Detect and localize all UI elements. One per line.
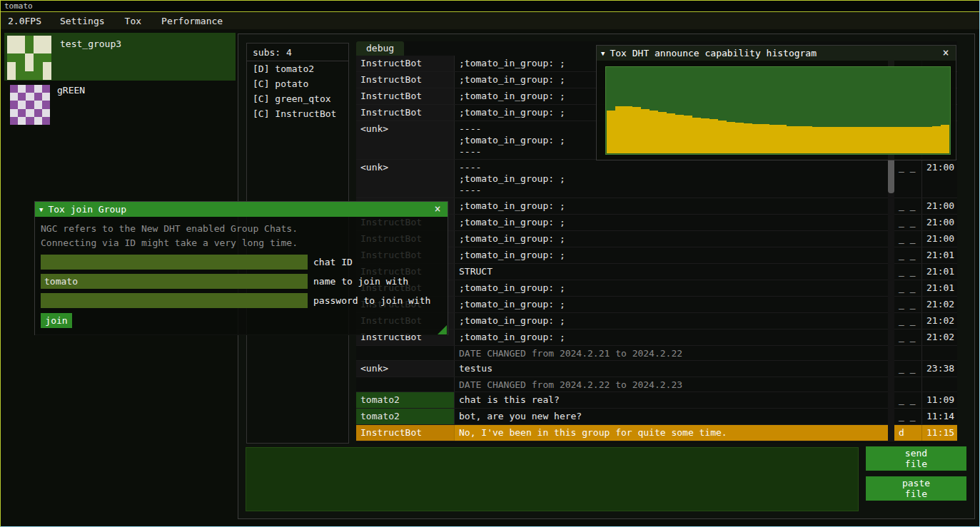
system-row[interactable]: DATE CHANGED from 2024.2.21 to 2024.2.22 bbox=[356, 346, 957, 361]
menu-bar: 2.0FPS SettingsToxPerformance bbox=[1, 13, 979, 29]
contact-avatar bbox=[10, 85, 50, 125]
message-input[interactable] bbox=[246, 447, 859, 511]
histogram-bar bbox=[872, 127, 881, 153]
menu-item-performance[interactable]: Performance bbox=[151, 16, 233, 26]
message-row[interactable]: InstructBotNo, I've been in this group f… bbox=[356, 425, 957, 441]
histogram-bar bbox=[727, 122, 735, 153]
peer-list-item[interactable]: [D] tomato2 bbox=[247, 61, 348, 76]
histogram-bar bbox=[812, 127, 821, 153]
histogram-bar bbox=[778, 125, 787, 153]
avatar-pixel bbox=[43, 53, 51, 62]
join-button[interactable]: join bbox=[41, 313, 72, 328]
dht-histogram-titlebar[interactable]: ▼ Tox DHT announce capability histogram … bbox=[597, 46, 956, 61]
menu-item-settings[interactable]: Settings bbox=[50, 16, 115, 26]
close-icon[interactable]: × bbox=[432, 204, 443, 215]
paste-file-label-line1: paste bbox=[902, 478, 930, 488]
contact-list: test_group3gREEN bbox=[4, 33, 236, 125]
cell-marks: _ _ bbox=[894, 160, 922, 198]
histogram-bar bbox=[701, 118, 709, 153]
join-input-chat-ID[interactable] bbox=[41, 255, 308, 270]
cell-time: 23:38 bbox=[922, 361, 957, 377]
join-group-title: Tox join Group bbox=[48, 204, 432, 215]
avatar-pixel bbox=[16, 71, 24, 80]
join-group-titlebar[interactable]: ▼ Tox join Group × bbox=[35, 202, 448, 217]
cell-marks: _ _ bbox=[894, 215, 922, 230]
system-row[interactable]: DATE CHANGED from 2024.2.22 to 2024.2.23 bbox=[356, 377, 957, 392]
cell-marks: _ _ bbox=[894, 198, 922, 214]
avatar-pixel bbox=[43, 62, 51, 71]
cell-msg: ;tomato_in_group: ; bbox=[455, 297, 894, 312]
cell-time: 21:01 bbox=[922, 247, 957, 263]
paste-file-label-line2: file bbox=[905, 488, 927, 499]
avatar-pixel bbox=[34, 62, 42, 71]
collapse-arrow-icon[interactable]: ▼ bbox=[39, 206, 43, 213]
menu-items: SettingsToxPerformance bbox=[50, 16, 233, 26]
cell-time: 11:09 bbox=[922, 392, 957, 408]
cell-name: InstructBot bbox=[356, 105, 455, 121]
avatar-pixel bbox=[7, 71, 16, 80]
cell-time: 11:14 bbox=[922, 409, 957, 424]
cell-name: tomato2 bbox=[356, 409, 455, 424]
cell-marks: _ _ bbox=[894, 297, 922, 312]
message-row[interactable]: <unk>---- ;tomato_in_group: ; ----_ _21:… bbox=[356, 160, 957, 198]
avatar-pixel bbox=[10, 85, 18, 93]
histogram-bar bbox=[607, 111, 615, 153]
avatar-pixel bbox=[16, 44, 24, 53]
avatar-pixel bbox=[10, 109, 18, 117]
menu-item-tox[interactable]: Tox bbox=[115, 16, 151, 26]
histogram-bar bbox=[709, 119, 718, 153]
cell-time: 21:00 bbox=[922, 231, 957, 247]
join-fields: chat IDname to join withpassword to join… bbox=[41, 255, 442, 308]
cell-marks: _ _ bbox=[894, 280, 922, 296]
histogram-bar bbox=[795, 126, 804, 153]
close-icon[interactable]: × bbox=[940, 48, 951, 58]
message-row[interactable]: <unk>testus_ _23:38 bbox=[356, 361, 957, 377]
window-title: tomato bbox=[4, 1, 33, 11]
histogram-bar bbox=[889, 127, 898, 153]
message-row[interactable]: tomato2bot, are you new here?_ _11:14 bbox=[356, 409, 957, 425]
cell-msg: ;tomato_in_group: ; bbox=[455, 198, 894, 214]
paste-file-button[interactable]: pastefile bbox=[866, 476, 966, 501]
join-input-name-to-join-with[interactable] bbox=[41, 274, 308, 289]
contact-item[interactable]: gREEN bbox=[4, 85, 236, 125]
message-row[interactable]: tomato2chat is this real?_ _11:09 bbox=[356, 392, 957, 409]
peer-list-item[interactable]: [C] green_qtox bbox=[247, 91, 348, 106]
histogram-bar bbox=[615, 106, 624, 153]
cell-name: InstructBot bbox=[356, 425, 455, 441]
avatar-pixel bbox=[16, 36, 24, 44]
join-field-label: name to join with bbox=[313, 276, 408, 287]
avatar-pixel bbox=[7, 53, 16, 62]
avatar-pixel bbox=[42, 85, 50, 93]
histogram-bar bbox=[752, 124, 761, 153]
histogram-bar bbox=[632, 107, 641, 153]
histogram-bar bbox=[932, 126, 941, 153]
cell-time: 21:02 bbox=[922, 297, 957, 312]
resize-grip[interactable] bbox=[438, 325, 447, 334]
avatar-pixel bbox=[34, 109, 42, 117]
histogram-bar bbox=[838, 127, 847, 153]
collapse-arrow-icon[interactable]: ▼ bbox=[601, 50, 605, 57]
join-field-label: chat ID bbox=[313, 257, 353, 267]
cell-name bbox=[356, 346, 455, 360]
cell-time bbox=[922, 346, 957, 360]
cell-time bbox=[922, 377, 957, 392]
cell-msg: DATE CHANGED from 2024.2.21 to 2024.2.22 bbox=[455, 346, 894, 360]
tab-debug[interactable]: debug bbox=[356, 41, 404, 56]
histogram-bar bbox=[847, 127, 855, 153]
avatar-pixel bbox=[7, 36, 16, 44]
avatar-pixel bbox=[42, 109, 50, 117]
cell-marks: _ _ bbox=[894, 361, 922, 377]
avatar-pixel bbox=[25, 53, 34, 62]
avatar-pixel bbox=[18, 109, 26, 117]
histogram-bar bbox=[744, 123, 752, 153]
contact-item[interactable]: test_group3 bbox=[4, 33, 236, 81]
cell-name: InstructBot bbox=[356, 56, 455, 71]
histogram-bar bbox=[924, 127, 932, 153]
avatar-pixel bbox=[42, 101, 50, 108]
histogram-bar bbox=[735, 123, 744, 153]
join-input-password-to-join-with[interactable] bbox=[41, 293, 308, 308]
peer-list-item[interactable]: [C] potato bbox=[247, 76, 348, 91]
send-file-button[interactable]: sendfile bbox=[866, 446, 966, 471]
peer-list-item[interactable]: [C] InstructBot bbox=[247, 106, 348, 121]
join-field-row: name to join with bbox=[41, 274, 442, 289]
